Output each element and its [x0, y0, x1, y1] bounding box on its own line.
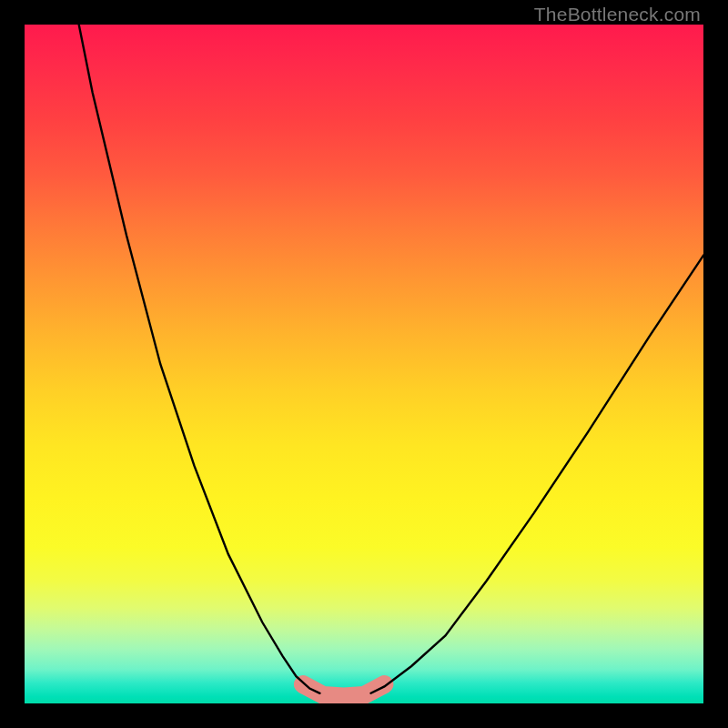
right-curve: [371, 256, 704, 693]
curve-group: [79, 25, 703, 693]
plot-area: [25, 25, 703, 703]
curves-svg: [25, 25, 703, 703]
chart-frame: TheBottleneck.com: [0, 0, 728, 728]
watermark: TheBottleneck.com: [534, 4, 701, 25]
left-curve: [79, 25, 320, 693]
